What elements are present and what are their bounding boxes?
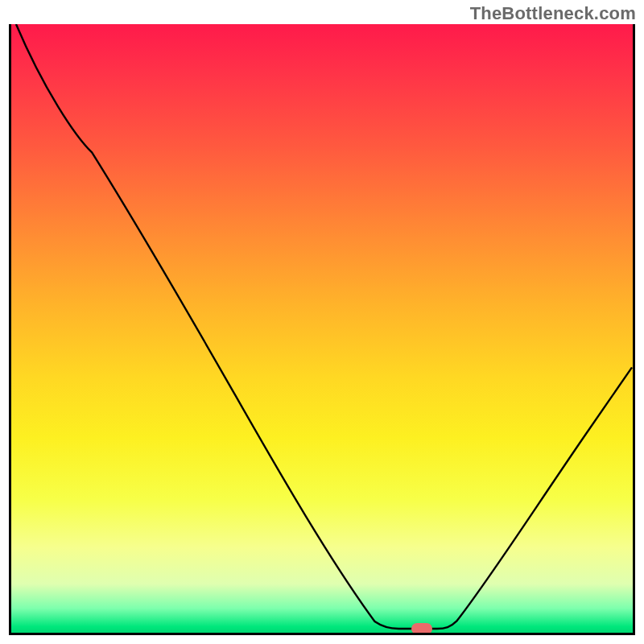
curve-svg bbox=[11, 24, 633, 633]
watermark-text: TheBottleneck.com bbox=[470, 3, 636, 24]
bottleneck-chart: TheBottleneck.com bbox=[0, 0, 644, 644]
bottleneck-curve bbox=[16, 24, 632, 629]
plot-frame bbox=[9, 24, 635, 635]
optimal-point-marker bbox=[411, 623, 432, 634]
